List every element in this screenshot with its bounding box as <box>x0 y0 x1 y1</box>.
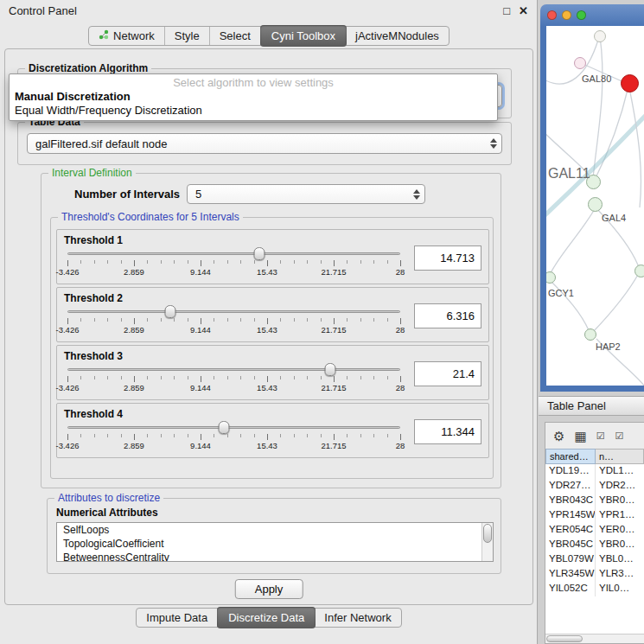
table-row[interactable]: YDL19…YDL1… <box>545 464 644 479</box>
cell[interactable]: YIL052C <box>545 582 596 596</box>
slider-thumb[interactable] <box>325 363 336 376</box>
table-hscrollbar-thumb[interactable] <box>546 635 583 642</box>
table-hscrollbar[interactable] <box>545 634 644 643</box>
close-window-icon[interactable]: ✕ <box>519 4 528 17</box>
cell[interactable]: YBL0… <box>596 552 644 567</box>
slider-track[interactable] <box>67 252 400 255</box>
table-data-select[interactable]: galFiltered.sif default node <box>27 133 502 154</box>
cell[interactable]: YLR3… <box>596 567 644 582</box>
gear-icon[interactable]: ⚙ <box>553 430 564 443</box>
cell[interactable]: YER054C <box>545 523 596 538</box>
cell[interactable]: YDL1… <box>596 464 644 479</box>
number-of-intervals-select[interactable]: 5 <box>187 184 425 204</box>
tab-impute-data-label: Impute Data <box>146 611 207 624</box>
network-canvas[interactable]: GAL80 GAL11 GAL4 GCY1 HAP2 <box>546 26 644 386</box>
tab-style[interactable]: Style <box>165 27 210 45</box>
slider-track[interactable] <box>67 368 400 371</box>
cell[interactable]: YDR2… <box>596 479 644 494</box>
cell[interactable]: YLR345W <box>545 567 596 582</box>
minimize-traffic-icon[interactable] <box>562 10 571 20</box>
tab-network[interactable]: Network <box>89 27 165 45</box>
table-header-row: shared… n… <box>545 449 644 464</box>
table-row[interactable]: YER054CYER0… <box>545 523 644 538</box>
cell[interactable]: YDL19… <box>545 464 596 479</box>
network-node-gal80[interactable] <box>574 57 586 69</box>
tab-discretize-data-label: Discretize Data <box>228 611 304 624</box>
algorithm-option-equal-width[interactable]: Equal Width/Frequency Discretization <box>10 104 497 118</box>
bottom-tabstrip: Impute Data Discretize Data Infer Networ… <box>0 608 538 628</box>
slider-thumb[interactable] <box>165 305 176 318</box>
list-item[interactable]: BetweennessCentrality <box>57 551 493 562</box>
threshold-3-panel: Threshold 3 -3.426 2.859 9 <box>56 345 489 400</box>
tab-discretize-data[interactable]: Discretize Data <box>217 607 316 628</box>
threshold-3-value[interactable]: 21.4 <box>414 361 481 386</box>
threshold-4-value[interactable]: 11.344 <box>414 419 481 444</box>
table-row[interactable]: YLR345WYLR3… <box>545 567 644 582</box>
threshold-2-slider[interactable] <box>67 304 400 318</box>
float-window-icon[interactable]: □ <box>503 4 510 17</box>
threshold-1-slider[interactable] <box>67 246 400 260</box>
numerical-attributes-list[interactable]: SelfLoops TopologicalCoefficient Between… <box>56 522 494 562</box>
slider-thumb[interactable] <box>218 421 229 434</box>
tick-label: 28 <box>396 325 405 335</box>
numerical-attributes-label: Numerical Attributes <box>56 507 158 519</box>
tab-jactivemnodules[interactable]: jActiveMNodules <box>346 27 449 45</box>
table-row[interactable]: YBR043CYBR0… <box>545 494 644 508</box>
table-row[interactable]: YBL079WYBL0… <box>545 552 644 567</box>
network-node-gal4[interactable] <box>588 197 603 212</box>
tab-select[interactable]: Select <box>210 27 261 45</box>
cell[interactable]: YIL0… <box>596 582 644 596</box>
table-row[interactable]: YIL052CYIL0… <box>545 582 644 596</box>
list-scrollbar[interactable] <box>481 523 493 561</box>
app-root: Control Panel □ ✕ Network Style Select C… <box>0 0 644 644</box>
cell[interactable]: YBR045C <box>545 538 596 552</box>
select-none-icon[interactable]: ☑ <box>615 431 625 441</box>
cell[interactable]: YBR0… <box>596 538 644 552</box>
tab-impute-data[interactable]: Impute Data <box>137 609 218 627</box>
cell[interactable]: YBR0… <box>596 494 644 508</box>
network-node[interactable] <box>634 265 644 277</box>
table-row[interactable]: YPR145WYPR1… <box>545 508 644 523</box>
column-header-name[interactable]: n… <box>596 449 644 464</box>
threshold-coordinates-group-title: Threshold's Coordinates for 5 Intervals <box>58 211 243 223</box>
network-node-selected[interactable] <box>621 74 639 92</box>
tick-label: 28 <box>396 383 405 392</box>
cell[interactable]: YBR043C <box>545 494 596 508</box>
cell[interactable]: YPR145W <box>545 508 596 523</box>
column-header-shared-name[interactable]: shared… <box>545 449 596 464</box>
algorithm-option-placeholder[interactable]: Select algorithm to view settings <box>10 76 497 90</box>
tab-cyni-toolbox[interactable]: Cyni Toolbox <box>260 25 347 47</box>
cell[interactable]: YBL079W <box>545 552 596 567</box>
network-node[interactable] <box>594 30 606 42</box>
network-node-hap2[interactable] <box>584 328 596 341</box>
slider-track[interactable] <box>67 310 400 313</box>
table-panel-header: Table Panel <box>539 396 644 416</box>
threshold-1-label: Threshold 1 <box>64 234 404 246</box>
slider-track[interactable] <box>67 426 400 429</box>
node-label-gal80: GAL80 <box>582 73 611 84</box>
list-scrollbar-thumb[interactable] <box>483 524 492 543</box>
tick-label: 2.859 <box>124 325 144 335</box>
cell[interactable]: YDR27… <box>545 479 596 494</box>
threshold-2-value[interactable]: 6.316 <box>414 303 481 328</box>
columns-icon[interactable]: ▦ <box>574 430 586 443</box>
select-all-icon[interactable]: ☑ <box>596 431 606 441</box>
slider-thumb[interactable] <box>254 247 265 260</box>
tick-label: 21.715 <box>321 267 346 277</box>
threshold-3-slider[interactable] <box>67 362 400 376</box>
window-traffic-lights <box>547 10 586 20</box>
close-traffic-icon[interactable] <box>547 10 557 20</box>
list-item[interactable]: SelfLoops <box>57 523 493 537</box>
cell[interactable]: YER0… <box>596 523 644 538</box>
threshold-4-slider[interactable] <box>67 420 400 434</box>
algorithm-option-manual[interactable]: Manual Discretization <box>10 90 497 104</box>
tab-infer-network[interactable]: Infer Network <box>315 609 400 627</box>
threshold-1-value[interactable]: 14.713 <box>414 245 481 271</box>
table-row[interactable]: YBR045CYBR0… <box>545 538 644 552</box>
table-row[interactable]: YDR27…YDR2… <box>545 479 644 494</box>
apply-button[interactable]: Apply <box>235 579 303 599</box>
list-item[interactable]: TopologicalCoefficient <box>57 537 493 551</box>
cell[interactable]: YPR1… <box>596 508 644 523</box>
number-of-intervals-label: Number of Intervals <box>74 188 180 201</box>
zoom-traffic-icon[interactable] <box>577 10 586 20</box>
